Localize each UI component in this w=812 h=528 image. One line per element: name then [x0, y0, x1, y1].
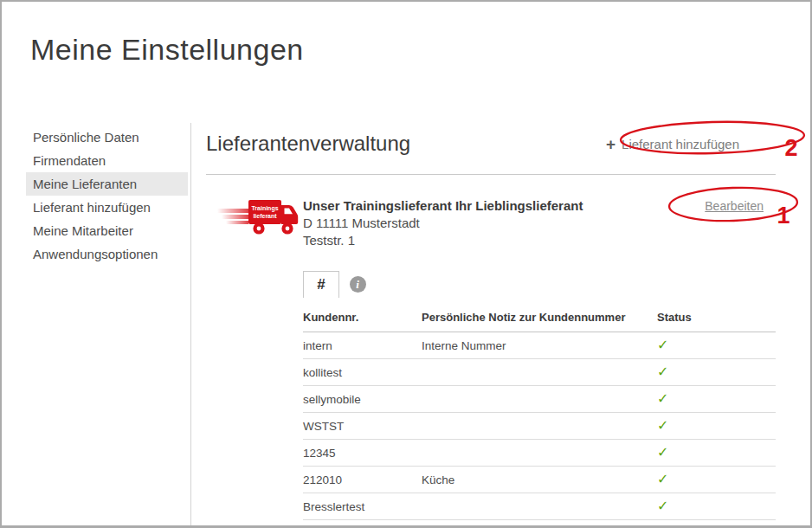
add-supplier-label: Lieferant hinzufügen	[622, 137, 739, 151]
page-title: Meine Einstellungen	[30, 33, 810, 67]
cell-status: ✓	[657, 440, 776, 467]
cell-kundennr: sellymobile	[303, 386, 422, 413]
table-row: Bresslertest ✓	[303, 493, 776, 520]
status-check-icon: ✓	[657, 338, 668, 352]
supplier-tabs: # i	[303, 271, 776, 298]
cell-kundennr: 212010	[303, 467, 422, 493]
cell-notiz	[422, 520, 657, 528]
status-check-icon: ✓	[657, 418, 668, 433]
cell-status: ✓	[657, 413, 776, 440]
supplier-city: D 11111 Musterstadt	[303, 215, 776, 232]
cell-status: ✓	[657, 386, 776, 413]
cell-notiz	[422, 359, 657, 386]
cell-kundennr: intern	[303, 332, 422, 359]
table-row: 12345 ✓	[303, 440, 776, 467]
cell-status: ✓	[657, 359, 776, 386]
cell-notiz: Interne Nummer	[422, 332, 657, 359]
sidebar-item-meine-mitarbeiter[interactable]: Meine Mitarbeiter	[26, 219, 188, 242]
cell-notiz	[422, 440, 657, 467]
supplier-street: Teststr. 1	[303, 232, 776, 249]
truck-wheel-hub	[257, 227, 261, 231]
table-row: kollitest ✓	[303, 359, 776, 386]
truck-logo-text-2: lieferant	[253, 213, 277, 219]
truck-cargo-box	[248, 200, 281, 224]
cell-kundennr: kollitest	[303, 359, 422, 386]
cell-kundennr: KGR	[303, 520, 422, 528]
table-row: intern Interne Nummer ✓	[303, 332, 776, 359]
supplier-head-row: Unser Trainingslieferant Ihr Lieblingsli…	[303, 197, 776, 215]
status-check-icon: ✓	[657, 499, 668, 513]
cell-kundennr: WSTST	[303, 413, 422, 440]
cell-status: ✓	[657, 332, 776, 359]
table-row: WSTST ✓	[303, 413, 776, 440]
cell-kundennr: 12345	[303, 440, 422, 467]
speed-line	[217, 209, 248, 213]
cell-status: ✓	[657, 520, 776, 528]
settings-sidebar: Persönliche Daten Firmendaten Meine Lief…	[2, 123, 190, 525]
cell-notiz	[422, 413, 657, 440]
speed-line	[222, 215, 248, 219]
panel-heading: Lieferantenverwaltung	[206, 132, 410, 156]
cell-notiz	[422, 386, 657, 413]
table-row: sellymobile ✓	[303, 386, 776, 413]
info-icon: i	[350, 276, 366, 293]
add-supplier-link[interactable]: + Lieferant hinzufügen	[606, 136, 739, 152]
sidebar-item-meine-lieferanten[interactable]: Meine Lieferanten	[26, 172, 188, 196]
truck-cab	[281, 205, 298, 224]
sidebar-item-lieferant-hinzufuegen[interactable]: Lieferant hinzufügen	[26, 196, 188, 219]
table-row: 212010 Küche ✓	[303, 467, 776, 493]
col-header-notiz: Persönliche Notiz zur Kundennummer	[422, 309, 657, 332]
table-header-row: Kundennr. Persönliche Notiz zur Kundennu…	[303, 309, 776, 332]
status-check-icon: ✓	[657, 364, 668, 379]
col-header-kundennr: Kundennr.	[303, 309, 422, 332]
cell-notiz: Küche	[422, 467, 657, 493]
supplier-management-panel: Lieferantenverwaltung + Lieferant hinzuf…	[190, 123, 810, 525]
cell-kundennr: Bresslertest	[303, 493, 422, 520]
content-area: Persönliche Daten Firmendaten Meine Lief…	[2, 123, 810, 525]
edit-link[interactable]: Bearbeiten	[705, 197, 764, 215]
cell-status: ✓	[657, 493, 776, 520]
supplier-truck-logo: Trainings lieferant	[217, 196, 301, 237]
customer-number-table: Kundennr. Persönliche Notiz zur Kundennu…	[303, 309, 776, 528]
plus-icon: +	[606, 136, 615, 152]
tab-info[interactable]: i	[339, 271, 376, 298]
status-check-icon: ✓	[657, 391, 668, 406]
col-header-status: Status	[657, 309, 776, 332]
supplier-card: Trainings lieferant Unser Trainingsliefe…	[206, 197, 776, 528]
header-divider	[206, 174, 776, 175]
cell-notiz	[422, 493, 657, 520]
sidebar-item-anwendungsoptionen[interactable]: Anwendungsoptionen	[26, 242, 188, 266]
sidebar-item-firmendaten[interactable]: Firmendaten	[26, 149, 188, 172]
cell-status: ✓	[657, 467, 776, 493]
status-check-icon: ✓	[657, 472, 668, 486]
truck-wheel-hub	[286, 227, 290, 231]
table-row: KGR ✓	[303, 520, 776, 528]
tab-customer-numbers[interactable]: #	[303, 271, 339, 298]
settings-window: Meine Einstellungen Persönliche Daten Fi…	[0, 0, 812, 528]
status-check-icon: ✓	[657, 445, 668, 460]
panel-header: Lieferantenverwaltung + Lieferant hinzuf…	[206, 125, 776, 163]
truck-logo-text-1: Trainings	[251, 205, 278, 212]
supplier-name: Unser Trainingslieferant Ihr Lieblingsli…	[303, 197, 705, 215]
supplier-details: Unser Trainingslieferant Ihr Lieblingsli…	[303, 197, 776, 528]
speed-line	[226, 221, 248, 224]
sidebar-item-persoenliche-daten[interactable]: Persönliche Daten	[26, 126, 188, 149]
